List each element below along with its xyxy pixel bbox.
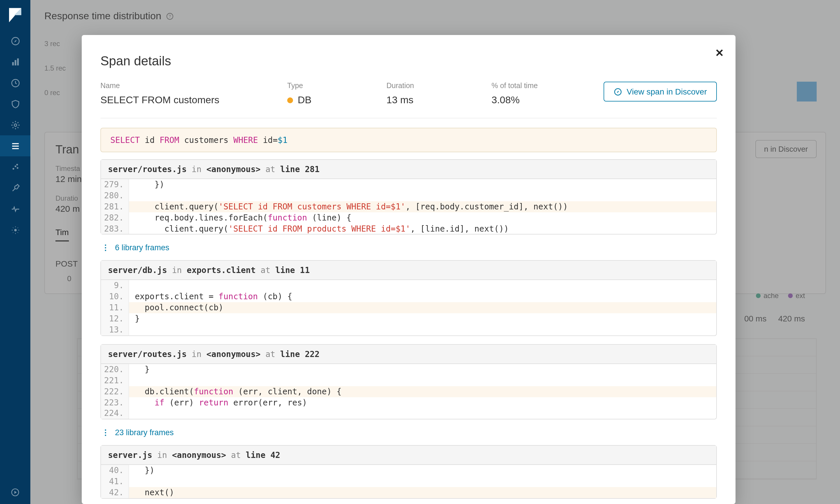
code-line: 40. }) [101,465,716,476]
code-line: 280. [101,190,716,201]
wrench-icon [10,183,20,193]
svg-point-5 [14,124,17,126]
line-code [129,324,135,336]
close-icon[interactable]: ✕ [715,47,724,59]
gear-outline-icon [10,120,20,130]
svg-rect-2 [14,60,16,65]
list-icon [10,141,20,151]
stack-frame-header: server.js in <anonymous> at line 42 [101,446,716,465]
line-number: 223. [101,397,129,408]
compass-icon [10,36,20,46]
code-line: 9. [101,280,716,291]
code-line: 224. [101,408,716,419]
line-code: db.client(function (err, client, done) { [129,386,342,397]
heartbeat-icon [10,204,20,214]
svg-point-7 [14,165,16,167]
line-code [129,375,135,386]
line-code: req.body.lines.forEach(function (line) { [129,212,351,223]
field-value: 3.08% [491,94,573,106]
code-line: 283. client.query('SELECT id FROM produc… [101,223,716,234]
svg-point-6 [12,168,14,169]
line-number: 220. [101,364,129,375]
sidebar-item-bar-chart[interactable] [0,51,30,72]
library-frames-toggle[interactable]: ⋮ 23 library frames [102,428,717,437]
line-code: next() [129,487,174,498]
svg-rect-1 [12,62,14,65]
line-code [129,190,135,201]
bar-chart-icon [10,57,20,67]
line-code: client.query('SELECT id FROM customers W… [129,201,568,212]
line-number: 11. [101,302,129,313]
settings-icon [10,225,20,235]
stack-frame: server/routes.js in <anonymous> at line … [100,159,717,235]
line-code: if (err) return error(err, res) [129,397,307,408]
svg-point-9 [16,164,18,165]
sidebar-item-shield[interactable] [0,93,30,114]
collapse-sidebar-icon[interactable] [0,481,30,504]
sidebar-item-scatter[interactable] [0,156,30,177]
sidebar-item-gear-outline[interactable] [0,114,30,135]
line-code: exports.client = function (cb) { [129,291,293,303]
code-line: 281. client.query('SELECT id FROM custom… [101,201,716,212]
app-sidebar [0,0,30,504]
field-type: Type DB [287,82,363,106]
line-code: client.query('SELECT id FROM products WH… [129,223,509,234]
stack-frame-header: server/routes.js in <anonymous> at line … [101,345,716,364]
svg-point-8 [16,167,18,168]
line-number: 280. [101,190,129,201]
code-line: 220. } [101,364,716,375]
stack-frame: server/db.js in exports.client at line 1… [100,260,717,336]
field-label: Duration [386,82,468,90]
button-label: View span in Discover [627,87,707,96]
code-line: 11. pool.connect(cb) [101,302,716,313]
library-frames-toggle[interactable]: ⋮ 6 library frames [102,243,717,252]
scatter-icon [10,162,20,172]
field-duration: Duration 13 ms [386,82,468,106]
line-number: 279. [101,179,129,190]
clock-icon [10,78,20,88]
view-span-in-discover-button[interactable]: View span in Discover [603,82,717,102]
code-line: 221. [101,375,716,386]
sidebar-item-clock[interactable] [0,72,30,93]
modal-title: Span details [100,54,717,69]
code-line: 222. db.client(function (err, client, do… [101,386,716,397]
field-pct: % of total time 3.08% [491,82,573,106]
line-code: }) [129,179,164,190]
line-number: 12. [101,313,129,324]
code-line: 10.exports.client = function (cb) { [101,291,716,303]
line-code: }) [129,465,154,476]
shield-icon [10,99,20,109]
line-code [129,280,135,291]
code-line: 223. if (err) return error(err, res) [101,397,716,408]
line-code: pool.connect(cb) [129,302,223,313]
field-name: Name SELECT FROM customers [100,82,264,106]
code-line: 42. next() [101,487,716,498]
compass-icon [613,87,622,96]
stack-frame-header: server/db.js in exports.client at line 1… [101,261,716,280]
code-line: 13. [101,324,716,336]
line-number: 221. [101,375,129,386]
sidebar-item-compass[interactable] [0,30,30,51]
code-line: 12.} [101,313,716,324]
sidebar-item-heartbeat[interactable] [0,198,30,219]
ellipsis-icon: ⋮ [102,428,110,437]
kibana-logo[interactable] [0,0,30,30]
sql-statement: SELECT id FROM customers WHERE id=$1 [100,128,717,152]
svg-rect-3 [17,58,19,65]
sidebar-item-settings[interactable] [0,219,30,240]
line-number: 224. [101,408,129,419]
line-number: 10. [101,291,129,303]
stack-frame: server/routes.js in <anonymous> at line … [100,344,717,420]
code-line: 279. }) [101,179,716,190]
stack-frame-header: server/routes.js in <anonymous> at line … [101,160,716,179]
field-label: Name [100,82,264,90]
line-number: 282. [101,212,129,223]
field-value: 13 ms [386,94,468,106]
sidebar-item-list[interactable] [0,135,30,156]
type-dot-icon [287,97,293,103]
line-number: 42. [101,487,129,498]
sidebar-item-wrench[interactable] [0,177,30,198]
code-line: 41. [101,476,716,487]
line-number: 9. [101,280,129,291]
line-number: 13. [101,324,129,336]
